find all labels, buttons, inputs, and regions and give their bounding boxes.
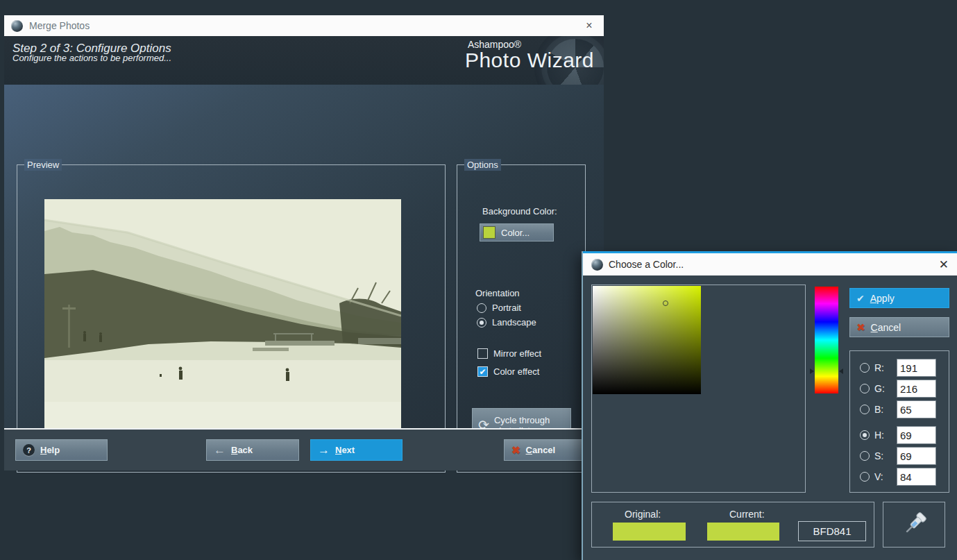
radio-h[interactable] <box>860 430 870 440</box>
close-icon[interactable]: × <box>582 19 597 32</box>
color-effect-label: Color effect <box>493 366 539 377</box>
help-button[interactable]: ? Help <box>15 439 108 461</box>
g-value-input[interactable] <box>897 380 936 398</box>
sv-cursor[interactable] <box>663 300 668 306</box>
dialog-cancel-button[interactable]: ✖ Cancel <box>849 317 949 337</box>
step-subtitle: Configure the actions to be performed... <box>12 53 171 62</box>
color-result-panel: Original: Current: BFD841 <box>591 502 874 548</box>
checkbox-mirror-effect[interactable]: Mirror effect <box>477 348 541 359</box>
channel-row-r: R: <box>850 359 949 377</box>
original-label: Original: <box>625 509 661 520</box>
r-value-input[interactable] <box>897 359 936 377</box>
hue-marker-right[interactable] <box>839 368 843 374</box>
cancel-x-icon: ✖ <box>511 444 520 457</box>
help-icon: ? <box>23 444 35 456</box>
dialog-close-icon[interactable]: ✕ <box>939 257 949 272</box>
radio-landscape[interactable]: Landscape <box>477 317 536 328</box>
wizard-header: Step 2 of 3: Configure Options Configure… <box>4 36 604 85</box>
radio-s[interactable] <box>860 451 870 461</box>
window-title: Merge Photos <box>29 20 90 31</box>
channel-row-v: V: <box>850 468 949 486</box>
current-color-swatch <box>707 523 779 541</box>
dialog-title: Choose a Color... <box>609 259 684 270</box>
preview-group-label: Preview <box>24 159 62 171</box>
channel-values-panel: R: G: B: H: S: V: <box>849 350 949 493</box>
channel-row-s: S: <box>850 447 949 465</box>
channel-row-b: B: <box>850 400 949 418</box>
background-color-label: Background Color: <box>482 206 557 217</box>
radio-r[interactable] <box>860 363 870 373</box>
brand-photo-wizard: Photo Wizard <box>465 49 594 72</box>
color-button-label: Color... <box>501 228 530 238</box>
wizard-content: Preview <box>4 85 604 428</box>
checkbox-color-effect[interactable]: ✔ Color effect <box>477 366 539 377</box>
dialog-app-icon <box>591 259 603 271</box>
radio-portrait-icon <box>477 303 486 313</box>
radio-g[interactable] <box>860 384 870 393</box>
b-value-input[interactable] <box>897 400 936 418</box>
hue-slider[interactable] <box>815 287 838 393</box>
mirror-checkbox-icon <box>477 348 488 359</box>
next-arrow-icon: → <box>318 443 330 457</box>
mirror-effect-label: Mirror effect <box>493 348 541 359</box>
v-value-input[interactable] <box>897 468 936 486</box>
hex-value-box: BFD841 <box>798 521 866 541</box>
color-picker-panel <box>591 285 806 493</box>
options-groupbox: Options Background Color: Color... Orien… <box>457 164 586 473</box>
back-arrow-icon: ← <box>214 443 226 457</box>
eyedropper-icon <box>899 509 929 540</box>
preview-photo <box>44 199 401 450</box>
s-value-input[interactable] <box>897 447 936 465</box>
main-titlebar: Merge Photos × <box>4 15 604 36</box>
cycle-label-line1: Cycle through <box>494 415 550 425</box>
apply-button[interactable]: ✔ Apply <box>849 288 949 308</box>
channel-row-g: G: <box>850 380 949 398</box>
apply-check-icon: ✔ <box>856 293 865 304</box>
color-effect-checkbox-icon: ✔ <box>477 366 488 377</box>
radio-b[interactable] <box>860 405 870 414</box>
app-icon <box>11 20 23 32</box>
eyedropper-button[interactable] <box>883 502 945 548</box>
current-label: Current: <box>729 509 765 520</box>
saturation-value-picker[interactable] <box>593 286 701 394</box>
color-button[interactable]: Color... <box>480 223 554 241</box>
back-button[interactable]: ← Back <box>206 439 299 461</box>
hue-marker-left[interactable] <box>810 368 814 374</box>
choose-color-dialog: Choose a Color... ✕ ✔ Apply ✖ Cancel R: … <box>582 251 957 560</box>
preview-groupbox: Preview <box>17 164 446 473</box>
radio-v[interactable] <box>860 472 870 482</box>
merge-photos-window: Merge Photos × Step 2 of 3: Configure Op… <box>4 15 604 470</box>
wizard-footer: ? Help ← Back → Next ✖ Cancel <box>4 428 604 470</box>
radio-landscape-icon <box>477 318 486 328</box>
orientation-label: Orientation <box>475 288 520 298</box>
brand-block: Ashampoo® Photo Wizard <box>465 39 594 72</box>
next-button[interactable]: → Next <box>310 439 403 461</box>
color-button-swatch <box>483 226 496 239</box>
original-color-swatch <box>613 523 686 541</box>
options-group-label: Options <box>464 159 501 171</box>
dialog-cancel-x-icon: ✖ <box>856 321 865 334</box>
portrait-label: Portrait <box>492 303 521 313</box>
radio-portrait[interactable]: Portrait <box>477 303 521 313</box>
dialog-titlebar: Choose a Color... ✕ <box>583 253 957 275</box>
h-value-input[interactable] <box>897 426 936 444</box>
channel-row-h: H: <box>850 426 949 444</box>
landscape-label: Landscape <box>492 317 536 328</box>
